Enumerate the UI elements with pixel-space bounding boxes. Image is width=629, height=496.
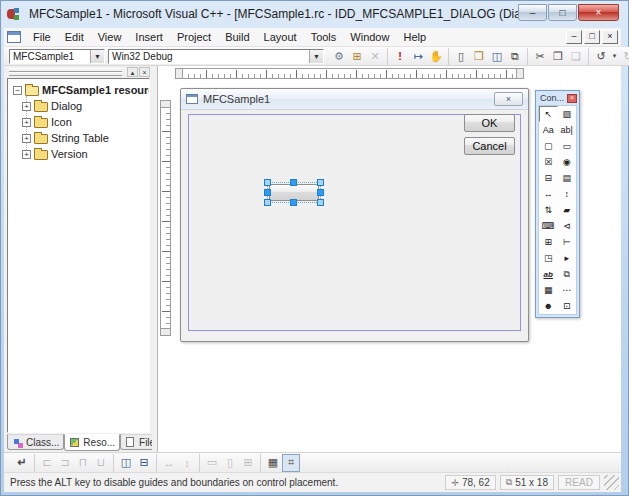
menu-item[interactable]: Project: [170, 30, 218, 44]
cut-icon[interactable]: ✂: [531, 48, 549, 65]
execute-program-icon[interactable]: !: [391, 48, 409, 65]
spin-icon[interactable]: ⇅: [539, 202, 558, 218]
minimize-button[interactable]: –: [518, 4, 547, 21]
toggle-grid-icon[interactable]: ▦: [264, 454, 282, 472]
resize-handle-sw[interactable]: [264, 199, 271, 206]
menu-item[interactable]: Build: [218, 30, 256, 44]
resize-handle-s[interactable]: [290, 199, 297, 206]
hot-key-icon[interactable]: ⌨: [539, 218, 558, 234]
resize-handle-se[interactable]: [317, 199, 324, 206]
toolbox-close-icon[interactable]: ×: [567, 94, 577, 103]
group-box-icon[interactable]: ▢: [539, 138, 558, 154]
menu-item[interactable]: Help: [396, 30, 433, 44]
resize-grip[interactable]: [604, 475, 619, 490]
stop-build-icon[interactable]: ✕: [366, 48, 384, 65]
designed-dialog-titlebar[interactable]: MFCSample1 ×: [181, 89, 528, 110]
align-top-icon[interactable]: ⊓: [74, 454, 92, 472]
static-text-icon[interactable]: Aa: [539, 122, 558, 138]
mdi-close-button[interactable]: ×: [602, 30, 618, 44]
custom-control-icon[interactable]: ☻: [539, 298, 558, 314]
paste-icon[interactable]: ❏: [567, 48, 585, 65]
toggle-guides-icon[interactable]: ⌗: [282, 454, 300, 472]
compile-icon[interactable]: ⚙: [330, 48, 348, 65]
button-icon[interactable]: ▭: [558, 138, 577, 154]
ruler-margin-handle[interactable]: [175, 68, 183, 79]
menu-item[interactable]: Layout: [257, 30, 304, 44]
mdi-document-icon[interactable]: [7, 31, 21, 43]
panel-pin-icon[interactable]: ▴: [127, 67, 138, 77]
space-across-icon[interactable]: ↔: [160, 454, 178, 472]
tree-root-row[interactable]: − MFCSample1 resources: [13, 82, 149, 98]
chevron-down-icon[interactable]: ▼: [309, 50, 323, 63]
toolbox-titlebar[interactable]: Con... ×: [536, 91, 579, 104]
list-box-icon[interactable]: ▤: [558, 170, 577, 186]
radio-button-icon[interactable]: ◉: [558, 154, 577, 170]
expand-icon[interactable]: +: [22, 150, 31, 159]
save-all-icon[interactable]: ⧉: [506, 48, 524, 65]
redo-icon[interactable]: ↻: [619, 48, 629, 65]
combo-box-icon[interactable]: ⊟: [539, 170, 558, 186]
check-box-icon[interactable]: ☒: [539, 154, 558, 170]
tree-control-icon[interactable]: ⊢: [558, 234, 577, 250]
tree-item-row[interactable]: + Version: [22, 146, 149, 162]
edit-box-icon[interactable]: ab|: [558, 122, 577, 138]
open-file-icon[interactable]: ❒: [470, 48, 488, 65]
same-width-icon[interactable]: ▭: [203, 454, 221, 472]
horizontal-scrollbar-icon[interactable]: ↔: [539, 186, 558, 202]
menu-item[interactable]: Insert: [128, 30, 170, 44]
tree-item-row[interactable]: + Icon: [22, 114, 149, 130]
undo-icon[interactable]: ↺: [592, 48, 610, 65]
resize-handle-nw[interactable]: [264, 179, 271, 186]
go-debug-icon[interactable]: ↦: [409, 48, 427, 65]
resize-handle-e[interactable]: [317, 189, 324, 196]
expand-icon[interactable]: +: [22, 118, 31, 127]
menu-item[interactable]: File: [26, 30, 58, 44]
test-dialog-icon[interactable]: ↵: [13, 454, 31, 472]
tab-control-icon[interactable]: ◳: [539, 250, 558, 266]
mdi-minimize-button[interactable]: –: [566, 30, 582, 44]
list-control-icon[interactable]: ⊞: [539, 234, 558, 250]
configuration-combo[interactable]: Win32 Debug ▼: [108, 49, 324, 64]
align-right-icon[interactable]: ⊐: [56, 454, 74, 472]
vertical-scrollbar-icon[interactable]: ↕: [558, 186, 577, 202]
chevron-down-icon[interactable]: ▼: [90, 50, 104, 63]
close-button[interactable]: ×: [578, 4, 619, 21]
breakpoint-hand-icon[interactable]: ✋: [427, 48, 445, 65]
ruler-margin-handle[interactable]: [516, 68, 524, 79]
workspace-tab[interactable]: Class...: [7, 434, 64, 450]
cancel-button-control[interactable]: Cancel: [464, 137, 515, 155]
resize-handle-ne[interactable]: [317, 179, 324, 186]
tree-item-row[interactable]: + Dialog: [22, 98, 149, 114]
undo-dropdown-icon[interactable]: ▾: [610, 48, 619, 65]
date-time-picker-icon[interactable]: ⧉: [558, 266, 577, 282]
resize-handle-w[interactable]: [264, 189, 271, 196]
collapse-icon[interactable]: −: [13, 86, 22, 95]
save-icon[interactable]: ◫: [488, 48, 506, 65]
menu-item[interactable]: Edit: [58, 30, 91, 44]
slider-icon[interactable]: ⊲: [558, 218, 577, 234]
menu-item[interactable]: View: [91, 30, 129, 44]
menu-item[interactable]: Window: [343, 30, 396, 44]
tree-item-row[interactable]: + String Table: [22, 130, 149, 146]
space-down-icon[interactable]: ↕: [178, 454, 196, 472]
new-file-icon[interactable]: ▯: [452, 48, 470, 65]
same-height-icon[interactable]: ▯: [221, 454, 239, 472]
panel-close-icon[interactable]: ×: [139, 67, 150, 77]
mdi-restore-button[interactable]: □: [584, 30, 600, 44]
copy-icon[interactable]: ❐: [549, 48, 567, 65]
selected-button-control[interactable]: [265, 180, 323, 205]
ok-button-control[interactable]: OK: [464, 114, 515, 132]
ip-address-icon[interactable]: ⋯: [558, 282, 577, 298]
dock-gripper[interactable]: ▴ ×: [7, 67, 150, 77]
select-tool-icon[interactable]: ↖: [539, 106, 558, 122]
menu-item[interactable]: Tools: [304, 30, 344, 44]
project-combo[interactable]: MFCSample1 ▼: [9, 49, 105, 64]
align-left-icon[interactable]: ⊏: [38, 454, 56, 472]
progress-icon[interactable]: ▰: [558, 202, 577, 218]
extended-combo-icon[interactable]: ⊡: [558, 298, 577, 314]
resize-handle-n[interactable]: [290, 179, 297, 186]
animate-icon[interactable]: ▸: [558, 250, 577, 266]
align-bottom-icon[interactable]: ⊔: [92, 454, 110, 472]
center-horizontal-icon[interactable]: ◫: [117, 454, 135, 472]
workspace-tab[interactable]: Reso...: [64, 434, 120, 451]
